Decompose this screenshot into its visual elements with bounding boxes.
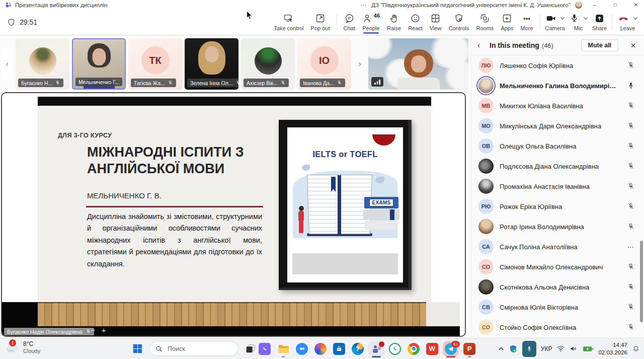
video-tile[interactable]: Ахієзер Вік... [241, 38, 295, 90]
microsoft-store-app-icon[interactable] [333, 343, 345, 355]
taskbar-search[interactable] [149, 341, 238, 356]
rooms-button[interactable]: Rooms [473, 12, 498, 33]
back-chevron-icon[interactable]: ‹ [477, 41, 485, 50]
controls-button[interactable]: Controls [445, 12, 473, 33]
close-button[interactable]: ✕ [628, 0, 644, 10]
leave-button[interactable]: Leave [615, 12, 640, 33]
mic-off-icon[interactable] [626, 122, 636, 130]
camera-button[interactable]: Camera [543, 12, 567, 33]
mute-all-button[interactable]: Mute all [581, 39, 619, 51]
minimize-button[interactable]: – [587, 0, 603, 10]
illustration-person [299, 206, 304, 211]
participant-row[interactable]: Подлєсова Діана Олександрівна [471, 156, 644, 176]
raise-hand-button[interactable]: Raise [383, 12, 405, 33]
mic-off-icon[interactable] [626, 303, 636, 311]
search-icon [155, 345, 163, 352]
leave-chevron-icon[interactable] [633, 17, 638, 20]
whatsapp-app-icon[interactable] [389, 343, 401, 355]
volume-icon[interactable] [570, 345, 578, 352]
user-avatar[interactable] [575, 2, 582, 9]
chrome-app-icon[interactable] [408, 343, 420, 355]
apps-button[interactable]: Apps [497, 12, 517, 33]
initials-avatar: МВ [478, 98, 494, 113]
viber-app-icon[interactable] [259, 343, 271, 355]
camera-chevron-icon[interactable] [560, 17, 565, 20]
video-tile[interactable]: ІО Іванова Да... [297, 38, 351, 90]
windows-security-icon[interactable] [509, 344, 518, 353]
share-button[interactable]: Share [590, 12, 609, 33]
presenter-camera-tile[interactable] [368, 38, 468, 90]
participant-row[interactable]: Скотнікова Альона Денисівна [471, 277, 644, 297]
participant-row[interactable]: РЮ Рожок Еріка Юріївна [471, 196, 644, 217]
mic-off-icon[interactable] [626, 263, 636, 271]
titlebar-overflow-menu[interactable]: ⋯ [360, 2, 367, 9]
tray-mic-in-use-button[interactable] [522, 341, 536, 357]
mic-off-icon[interactable] [626, 202, 636, 210]
teams-app-icon[interactable] [370, 343, 382, 355]
notification-bell-icon[interactable] [632, 345, 640, 353]
participant-row[interactable]: ОВ Олещук Ольга Василівна [471, 136, 644, 156]
mic-button[interactable]: Mic [567, 12, 590, 33]
participant-row[interactable]: МО Микулінська Даря Олександрівна [471, 116, 644, 136]
book-stack [363, 209, 399, 220]
pop-out-button[interactable]: Pop out [307, 12, 334, 33]
participant-row[interactable]: Промахіна Анастасія Іванівна [471, 176, 644, 196]
task-view-button[interactable] [245, 343, 256, 354]
take-control-button[interactable]: Take control [270, 12, 307, 33]
view-button[interactable]: View [426, 12, 445, 33]
close-panel-icon[interactable]: ✕ [628, 41, 638, 50]
mic-chevron-icon[interactable] [583, 17, 588, 20]
shared-screen-stage[interactable]: ДЛЯ 3-ГО КУРСУ МІЖНАРОДНІ ІСПИТИ З АНГЛІ… [1, 92, 466, 337]
powerpoint-app-icon[interactable]: P [463, 343, 475, 355]
people-button[interactable]: 46 People [359, 12, 383, 33]
mic-off-icon[interactable] [626, 323, 636, 331]
w-red-app-icon[interactable]: W [426, 343, 438, 355]
mic-on-icon[interactable] [626, 82, 636, 90]
participant-row[interactable]: СВ Смірнова Юлія Вікторівна [471, 297, 644, 317]
participant-row[interactable]: СО Стойко Софія Олексіївна [471, 317, 644, 337]
filmstrip-prev-button[interactable]: ‹ [1, 48, 13, 80]
search-input[interactable] [167, 345, 224, 353]
row-more-menu[interactable]: ⋯ [626, 243, 636, 251]
mic-off-icon[interactable] [626, 162, 636, 170]
zoom-in-button[interactable]: + [102, 326, 106, 334]
language-indicator[interactable]: УКР [541, 345, 552, 352]
react-button[interactable]: React [405, 12, 426, 33]
mic-off-icon[interactable] [626, 61, 636, 69]
chat-button[interactable]: Chat [340, 12, 359, 33]
participant-row[interactable]: СА Сачук Поліна Анатоліївна ⋯ [471, 237, 644, 257]
wifi-icon[interactable] [556, 345, 565, 352]
video-tile-active-speaker[interactable]: Мельниченко Г... [72, 38, 126, 90]
video-tile[interactable]: Бугаєнко Н... [16, 38, 69, 90]
video-tile[interactable]: ТК Тагієва Жа... [128, 38, 182, 90]
get-help-app-icon[interactable]: ? [352, 343, 364, 355]
mic-off-icon[interactable] [626, 182, 636, 190]
maximize-button[interactable]: □ [607, 0, 623, 10]
copilot-app-icon[interactable] [314, 343, 327, 355]
initials-avatar: МО [478, 118, 494, 133]
scrollbar-thumb[interactable] [640, 241, 643, 322]
telegram-app-icon[interactable]: 61 [445, 343, 457, 355]
weather-widget[interactable]: 1 8°C Cloudy [5, 340, 40, 355]
tray-overflow-chevron-icon[interactable] [498, 347, 504, 351]
participant-row[interactable]: Ротар Ірина Володимирівна [471, 217, 644, 237]
video-tile[interactable]: Зелена Інна Ол... [185, 38, 238, 90]
file-explorer-app-icon[interactable] [277, 343, 289, 355]
participant-row[interactable]: МВ Микитюк Юліана Василівна [471, 96, 644, 116]
zoom-out-button[interactable]: − [91, 326, 95, 334]
mic-off-icon[interactable] [626, 223, 636, 231]
participant-row[interactable]: Мельниченко Галина Володимирівна [471, 76, 644, 96]
poster-illustration: EXAMS [293, 164, 397, 240]
controls-shield-icon [454, 13, 464, 24]
zoom-app-icon[interactable] [296, 343, 308, 355]
battery-charging-icon[interactable] [583, 345, 594, 352]
mic-off-icon[interactable] [626, 142, 636, 150]
more-button[interactable]: ••• More [517, 12, 536, 33]
participant-row[interactable]: СО Сімонов Михайло Олександрович [471, 257, 644, 277]
participant-row[interactable]: ЛЮ Ляшенко Софія Юріївна [471, 55, 644, 76]
start-button[interactable] [132, 343, 143, 354]
filmstrip-next-button[interactable]: › [354, 48, 366, 80]
mic-off-icon[interactable] [626, 283, 636, 291]
mic-off-icon[interactable] [626, 102, 636, 110]
clock-widget[interactable]: 14:47 02.03.2026 [598, 341, 627, 356]
